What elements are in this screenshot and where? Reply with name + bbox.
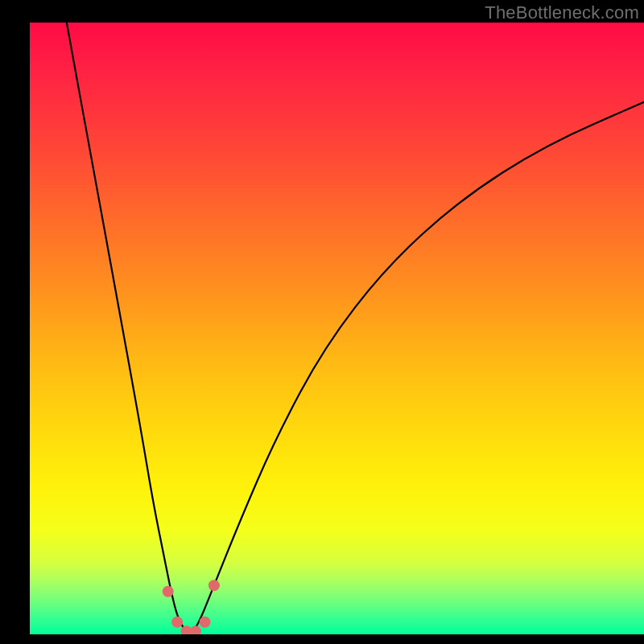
plot-area	[30, 23, 644, 634]
trough-markers	[163, 580, 220, 634]
bottleneck-curve	[67, 23, 644, 633]
watermark-text: TheBottleneck.com	[485, 2, 639, 23]
trough-marker	[171, 617, 183, 628]
chart-canvas: TheBottleneck.com	[0, 0, 644, 644]
chart-svg	[30, 23, 644, 634]
trough-marker	[190, 625, 201, 634]
trough-marker	[200, 617, 211, 628]
trough-marker	[208, 580, 220, 591]
trough-marker	[163, 586, 174, 597]
